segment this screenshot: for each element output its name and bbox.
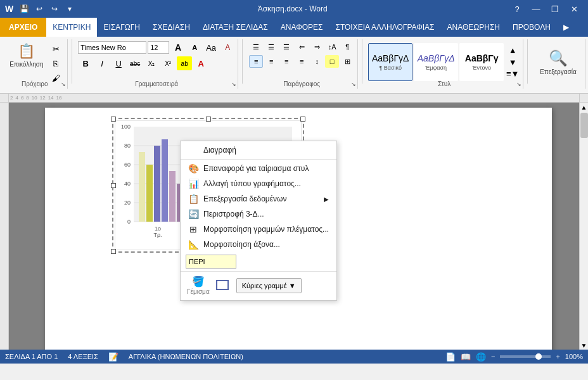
strikethrough-button[interactable]: abc — [127, 56, 143, 70]
handle-tl[interactable] — [111, 117, 116, 122]
grammatoseira-expand-icon[interactable]: ↘ — [231, 81, 236, 87]
close-button[interactable]: ✕ — [565, 2, 583, 16]
minimize-button[interactable]: — — [527, 2, 545, 16]
help-button[interactable]: ? — [508, 2, 526, 16]
align-center-button[interactable]: ≡ — [264, 55, 278, 68]
ribbon-group-procheiro: 📋 Επικόλληση ✂ ⎘ 🖌 Πρόχειρο ↘ — [3, 39, 68, 89]
cut-button[interactable]: ✂ — [48, 42, 63, 56]
shading-button[interactable]: □ — [325, 55, 339, 68]
menu-more[interactable]: ▶ — [557, 18, 575, 37]
ctx-text-input[interactable] — [186, 255, 236, 269]
highlight-button[interactable]: ab — [177, 56, 192, 70]
svg-text:1ο: 1ο — [155, 225, 161, 232]
styles-more[interactable]: ≡▼ — [505, 68, 520, 80]
italic-button[interactable]: I — [94, 56, 110, 70]
view-web-icon[interactable]: 🌐 — [476, 352, 486, 362]
outline-dropdown-button[interactable]: Κύριες γραμμέ ▼ — [236, 278, 302, 293]
underline-button[interactable]: U — [111, 56, 126, 70]
svg-text:60: 60 — [124, 162, 131, 168]
scroll-thumb[interactable] — [580, 113, 588, 138]
handle-bl[interactable] — [111, 249, 116, 254]
title-bar-left: W 💾 ↩ ↪ ▾ — [5, 2, 77, 16]
ctx-sep1 — [181, 159, 336, 160]
handle-ml[interactable] — [111, 183, 116, 188]
view-normal-icon[interactable]: 📄 — [445, 352, 456, 362]
handle-tm[interactable] — [206, 117, 211, 122]
ctx-diagrafi[interactable]: Διαγραφή — [181, 142, 336, 158]
chart-icon: 📊 — [188, 179, 198, 189]
save-button[interactable]: 💾 — [17, 2, 31, 16]
redo-button[interactable]: ↪ — [48, 2, 61, 16]
align-right-button[interactable]: ≡ — [279, 55, 293, 68]
styles-scroll-up[interactable]: ▲ — [505, 44, 520, 56]
copy-button[interactable]: ⎘ — [48, 56, 63, 70]
menu-anafores[interactable]: ΑΝΑΦΟΡΕΣ — [274, 18, 329, 37]
clear-format-button[interactable]: Aa — [203, 41, 219, 54]
bullets-button[interactable]: ☰ — [249, 41, 263, 53]
view-read-icon[interactable]: 📖 — [461, 352, 471, 362]
paste-button[interactable]: 📋 Επικόλληση — [6, 41, 47, 70]
ctx-epanafora[interactable]: 🎨 Επαναφορά για ταίριασμα στυλ — [181, 161, 336, 176]
line-spacing-button[interactable]: ↕ — [310, 55, 324, 68]
shrink-font-button[interactable]: A — [187, 41, 202, 54]
align-left-button[interactable]: ≡ — [249, 55, 263, 68]
font-name-input[interactable] — [78, 41, 146, 54]
ctx-morfoplines[interactable]: ⊞ Μορφοποίηση γραμμών πλέγματος... — [181, 222, 336, 237]
menu-kentrikh[interactable]: ΚΕΝΤΡΙΚΗ — [46, 18, 97, 37]
restore-button[interactable]: ❐ — [546, 2, 564, 16]
style-normal[interactable]: AaΒβΓγΔ ¶ Βασικό — [368, 43, 412, 81]
axis-icon: 📐 — [188, 239, 198, 250]
handle-tr[interactable] — [300, 117, 305, 122]
menu-arxeio[interactable]: ΑΡΧΕΙΟ — [0, 18, 46, 37]
outline-color-button[interactable] — [216, 280, 229, 291]
menu-allhlografia[interactable]: ΣΤΟΙΧΕΙΑ ΑΛΛΗΛΟΓΡΑΦΙΑΣ — [329, 18, 440, 37]
font-size-input[interactable] — [148, 41, 169, 54]
ctx-allagi[interactable]: 📊 Αλλαγή τύπου γραφήματος... — [181, 176, 336, 191]
menu-eisagwgh[interactable]: ΕΙΣΑΓΩΓΗ — [97, 18, 146, 37]
styles-scroll-down[interactable]: ▼ — [505, 56, 520, 68]
scroll-down-button[interactable]: ▼ — [580, 341, 589, 350]
vertical-scrollbar[interactable]: ▲ ▼ — [579, 103, 588, 350]
ruler-area: 2 4 6 8 10 12 14 16 — [0, 94, 588, 103]
undo-button[interactable]: ↩ — [32, 2, 46, 16]
qat-more-button[interactable]: ▾ — [63, 2, 77, 16]
sort-button[interactable]: ↕A — [325, 41, 339, 53]
search-icon: 🔍 — [549, 49, 568, 67]
borders-button[interactable]: ⊞ — [340, 55, 354, 68]
grow-font-button[interactable]: A — [170, 41, 186, 54]
ribbon-group-grammatoseira: A A Aa A B I U abc X₂ X² ab A Γραμματοσε… — [76, 39, 238, 89]
font-color-button[interactable]: A — [193, 56, 208, 70]
numbering-button[interactable]: ☰ — [264, 41, 278, 53]
dedent-button[interactable]: ⇐ — [295, 41, 309, 53]
stul-expand-icon[interactable]: ↘ — [516, 81, 521, 87]
svg-text:20: 20 — [124, 200, 131, 206]
paragraphos-expand-icon[interactable]: ↘ — [351, 81, 356, 87]
zoom-slider[interactable] — [500, 355, 551, 358]
zoom-plus-button[interactable]: + — [556, 353, 559, 360]
style-emphasis[interactable]: AaΒβΓγΔ Έμφαση — [414, 43, 458, 81]
ctx-peristrofi[interactable]: 🔄 Περιστροφή 3-Δ... — [181, 206, 336, 222]
ctx-morfaxona[interactable]: 📐 Μορφοποίηση άξονα... — [181, 237, 336, 252]
ctx-diagrafi-label: Διαγραφή — [203, 146, 236, 155]
pilcrow-button[interactable]: ¶ — [340, 41, 354, 53]
zoom-minus-button[interactable]: − — [491, 353, 495, 360]
superscript-button[interactable]: X² — [160, 56, 176, 70]
zoom-thumb[interactable] — [535, 353, 542, 360]
menu-diaselida[interactable]: ΔΙΑΤΑΞΗ ΣΕΛΙΔΑΣ — [196, 18, 274, 37]
style-strong[interactable]: AaΒβΓγ Έντονο — [459, 43, 504, 81]
bold-button[interactable]: B — [78, 56, 93, 70]
text-effects-button[interactable]: A — [220, 41, 235, 54]
procheiro-expand-icon[interactable]: ↘ — [61, 81, 66, 87]
ctx-epexergasia[interactable]: 📋 Επεξεργασία δεδομένων ▶ — [181, 191, 336, 206]
multilevel-button[interactable]: ☰ — [279, 41, 293, 53]
fill-button[interactable]: 🪣 Γέμισμα — [187, 276, 210, 295]
indent-button[interactable]: ⇒ — [310, 41, 324, 53]
epexergasia-button[interactable]: 🔍 Επεξεργασία — [535, 41, 582, 84]
subscript-button[interactable]: X₂ — [144, 56, 159, 70]
menu-provolh[interactable]: ΠΡΟΒΟΛΗ — [506, 18, 557, 37]
scroll-up-button[interactable]: ▲ — [580, 103, 589, 111]
ribbon: 📋 Επικόλληση ✂ ⎘ 🖌 Πρόχειρο ↘ A — [0, 37, 588, 94]
menu-anatheorisi[interactable]: ΑΝΑΘΕΩΡΗΣΗ — [441, 18, 506, 37]
justify-button[interactable]: ≡ — [295, 55, 309, 68]
menu-sxediash[interactable]: ΣΧΕΔΙΑΣΗ — [146, 18, 196, 37]
